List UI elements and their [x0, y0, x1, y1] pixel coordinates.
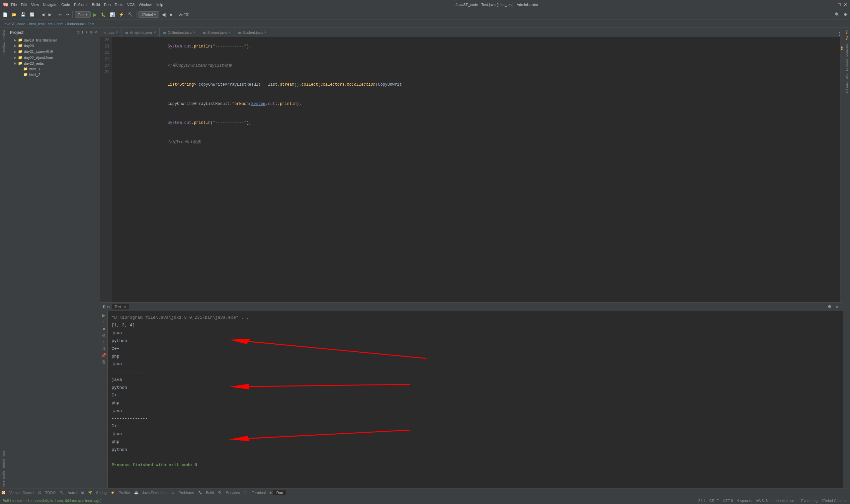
search-everywhere-button[interactable]: 🔍 — [833, 12, 841, 18]
redo-button[interactable]: ↪ — [65, 12, 70, 18]
translate-button[interactable]: A⇌文 — [178, 11, 191, 18]
new-file-button[interactable]: 📄 — [1, 12, 9, 18]
menu-navigate[interactable]: Navigate — [43, 3, 57, 7]
menu-run[interactable]: Run — [104, 3, 111, 7]
run-pin-button[interactable]: 📌 — [101, 352, 107, 358]
minimize-button[interactable]: — — [831, 2, 835, 7]
undo-button[interactable]: ↩ — [57, 12, 63, 18]
run-scroll-button[interactable]: ↕ — [102, 339, 106, 345]
menu-edit[interactable]: Edit — [21, 3, 27, 7]
tree-item-html1[interactable]: 📁 html_1 — [7, 66, 100, 72]
back-button[interactable]: ◀ — [40, 12, 46, 18]
tab-terminal[interactable]: Terminal — [249, 490, 269, 496]
breadcrumb-item-package[interactable]: liudashuai — [67, 22, 84, 26]
run-settings-button[interactable]: ⚙ — [827, 304, 833, 310]
aws-toolkit-toggle[interactable]: AWS Toolkit — [1, 470, 6, 488]
debug-button[interactable]: 🐛 — [100, 12, 107, 18]
menu-help[interactable]: Help — [156, 3, 163, 7]
run-settings2-button[interactable]: ⚙ — [101, 332, 106, 338]
tab-profiler[interactable]: Profiler — [115, 490, 133, 496]
run-tab-test[interactable]: Test ✕ — [112, 304, 129, 309]
profile-button[interactable]: ⚡ — [117, 12, 125, 18]
tabs-more-button[interactable]: ⋮ — [836, 31, 843, 37]
forward-button[interactable]: ▶ — [47, 12, 53, 18]
tab-close-button[interactable]: ✕ — [153, 31, 156, 34]
editor-scrollbar[interactable] — [840, 37, 843, 302]
tab-close-button[interactable]: ✕ — [193, 31, 196, 34]
run-stop-button[interactable]: ■ — [102, 326, 106, 332]
window-controls[interactable]: — □ ✕ — [831, 2, 847, 7]
close-button[interactable]: ✕ — [843, 2, 847, 7]
jrebel-console-button[interactable]: JRebel Console — [821, 499, 847, 503]
tab-student[interactable]: ☰ Student.java ✕ — [234, 28, 270, 37]
event-log-button[interactable]: Event Log — [801, 499, 818, 503]
jrebel-panel-toggle[interactable]: JRebel — [1, 458, 6, 469]
breadcrumb-item-project[interactable]: JavaSE_code — [3, 22, 25, 26]
tab-problems[interactable]: Problems — [175, 490, 197, 496]
structure-panel-toggle[interactable]: Structure — [844, 58, 849, 72]
tab-auto-build[interactable]: Auto-build — [65, 490, 88, 496]
tab-close-button[interactable]: ✕ — [115, 31, 118, 34]
tree-item-day21[interactable]: ▶ 📁 day21_jquery高级 — [7, 49, 100, 55]
menu-vcs[interactable]: VCS — [127, 3, 135, 7]
editor-content[interactable]: System.out.println("------------"); //用C… — [112, 37, 840, 302]
jrebel-selector[interactable]: JRebel ▾ — [139, 11, 159, 18]
menu-build[interactable]: Build — [92, 3, 100, 7]
tab-stream[interactable]: ☰ Stream.java ✕ — [199, 28, 234, 37]
tree-item-html2[interactable]: 📁 html_2 — [7, 72, 100, 77]
menu-file[interactable]: File — [11, 3, 17, 7]
tab-close-button[interactable]: ✕ — [264, 31, 267, 34]
tab-java-enterprise[interactable]: Java Enterprise — [139, 490, 171, 496]
aws-status[interactable]: AWS: No credentials se... — [756, 499, 797, 503]
open-button[interactable]: 📂 — [10, 12, 18, 18]
menu-window[interactable]: Window — [139, 3, 152, 7]
menu-code[interactable]: Code — [61, 3, 70, 7]
file-encoding[interactable]: UTF-8 — [723, 499, 733, 503]
collapse-all-button[interactable]: ⬆ — [81, 30, 84, 35]
menu-bar[interactable]: File Edit View Navigate Code Refactor Bu… — [11, 3, 163, 7]
web-panel-toggle[interactable]: Web — [1, 450, 6, 457]
build-button[interactable]: 🔨 — [127, 12, 134, 18]
menu-view[interactable]: View — [31, 3, 39, 7]
jrebel-run-button[interactable]: ◀| — [160, 12, 167, 18]
big-data-tools-toggle[interactable]: Big Data Tools — [844, 73, 849, 94]
save-button[interactable]: 💾 — [19, 12, 27, 18]
scope-button[interactable]: ⊙ — [77, 30, 80, 35]
run-delete-button[interactable]: 🗑 — [101, 359, 107, 365]
maximize-button[interactable]: □ — [838, 2, 841, 7]
settings-icon[interactable]: ⚙ — [90, 30, 93, 35]
menu-refactor[interactable]: Refactor — [74, 3, 88, 7]
breadcrumb-item-file[interactable]: Test — [88, 22, 94, 26]
tab-todo[interactable]: TODO — [42, 490, 59, 496]
run-button[interactable]: ▶ — [92, 11, 98, 18]
tree-item-day22[interactable]: ▶ 📁 day22_Ajax&Json — [7, 55, 100, 60]
run-play-button[interactable]: ▶ — [102, 312, 106, 319]
breadcrumb-item-com[interactable]: com — [56, 22, 64, 26]
run-rerun-button[interactable]: ↑ — [102, 319, 106, 325]
close-panel-button[interactable]: ✕ — [94, 30, 97, 35]
tab-spring[interactable]: Spring — [93, 490, 110, 496]
tab-arraylist[interactable]: ☰ ArrayList.java ✕ — [122, 28, 160, 37]
tab-run[interactable]: Run — [273, 490, 286, 496]
tree-item-day20[interactable]: ▶ 📁 day20 — [7, 43, 100, 49]
settings-button[interactable]: ⚙ — [843, 12, 849, 18]
tab-build[interactable]: Build — [202, 490, 217, 496]
tab-collectors[interactable]: ☰ Collectors.java ✕ — [160, 28, 199, 37]
tab-services[interactable]: Services — [222, 490, 243, 496]
breadcrumb-item-module[interactable]: idea_test — [29, 22, 44, 26]
menu-tools[interactable]: Tools — [114, 3, 123, 7]
tab-version-control[interactable]: Version Control — [6, 490, 37, 496]
sync-button[interactable]: 🔄 — [28, 12, 36, 18]
run-with-coverage-button[interactable]: 📊 — [109, 12, 116, 18]
run-print-button[interactable]: 🖨 — [101, 346, 107, 352]
jrebel-stop-button[interactable]: ■ — [169, 12, 174, 18]
run-tab-close[interactable]: ✕ — [124, 305, 127, 309]
project-panel-toggle[interactable]: Project — [1, 29, 6, 40]
breadcrumb-item-src[interactable]: src — [48, 22, 53, 26]
build-status[interactable]: Build completed successfully in 1 sec, 6… — [3, 499, 102, 503]
tab-er-java[interactable]: er.java ✕ — [100, 28, 122, 37]
indent-size[interactable]: 4 spaces — [737, 499, 752, 503]
tree-item-day23[interactable]: ▶ 📁 day23_redis — [7, 60, 100, 66]
run-close-button[interactable]: ✕ — [834, 304, 840, 310]
favorites-panel-toggle[interactable]: Favorites — [1, 41, 6, 55]
